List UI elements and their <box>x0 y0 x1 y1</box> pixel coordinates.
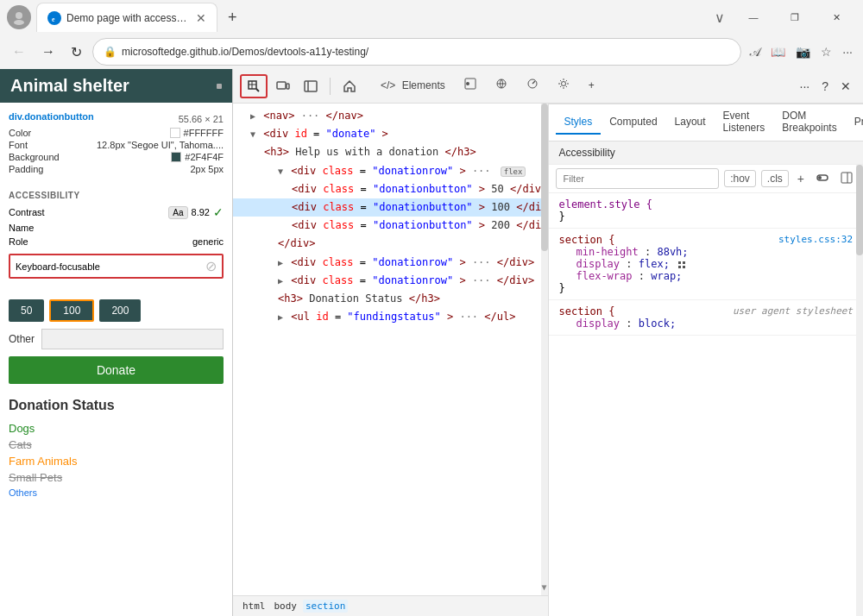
svg-line-5 <box>256 89 259 91</box>
role-label: Role <box>9 236 28 247</box>
other-amount-row: Other <box>9 329 224 349</box>
elements-tree[interactable]: ▶ <nav> ··· </nav> ▼ <div id = "donate" … <box>233 104 548 595</box>
styles-css-link[interactable]: styles.css:32 <box>778 234 853 246</box>
donate-100-button[interactable]: 100 <box>49 299 94 322</box>
tree-donate-div[interactable]: ▼ <div id = "donate" > <box>233 125 548 143</box>
elements-scrollbar[interactable]: ▼ <box>541 104 548 595</box>
elements-panel-tab[interactable]: </> Elements <box>372 71 454 101</box>
devtools-content: ▶ <nav> ··· </nav> ▼ <div id = "donate" … <box>233 104 863 616</box>
donate-200-button[interactable]: 200 <box>99 299 141 322</box>
close-button[interactable]: ✕ <box>816 3 856 31</box>
funding-arrow[interactable]: ▶ <box>278 312 283 322</box>
styles-scrollbar[interactable] <box>856 165 863 616</box>
flex-badge-1[interactable]: flex <box>501 167 526 177</box>
tree-donbtn-50[interactable]: <div class = "donationbutton" > 50 </div… <box>233 180 548 198</box>
donrow2-arrow[interactable]: ▶ <box>278 258 283 267</box>
min-height-colon: : <box>645 246 657 258</box>
maximize-button[interactable]: ❐ <box>775 3 815 31</box>
donate-expand-arrow[interactable]: ▼ <box>250 129 255 139</box>
svg-line-17 <box>532 81 535 84</box>
donationrow1-arrow[interactable]: ▼ <box>278 167 283 176</box>
donbtn50-class-value: "donationbutton" <box>373 183 473 195</box>
other-amount-input[interactable] <box>41 329 224 349</box>
svg-rect-8 <box>277 82 286 89</box>
scroll-indicator <box>217 84 222 89</box>
tab-styles[interactable]: Styles <box>556 110 602 135</box>
donbtn100-eq: = <box>361 201 367 213</box>
address-actions: 𝒜 📖 📷 ☆ ··· <box>746 41 856 63</box>
styles-sub-tabs: Styles Computed Layout Event Listeners D… <box>549 104 864 141</box>
donation-status-list: Dogs Cats Farm Animals Small Pets Others <box>9 420 224 500</box>
devtools-close-button[interactable]: ✕ <box>835 76 856 97</box>
back-button[interactable]: ← <box>7 41 31 63</box>
breadcrumb-section[interactable]: section <box>303 600 348 613</box>
tab-dom-breakpoints[interactable]: DOM Breakpoints <box>773 104 845 141</box>
toggle-all-button[interactable] <box>813 170 832 188</box>
breadcrumb-html[interactable]: html <box>240 600 268 613</box>
inspect-element-button[interactable] <box>240 74 268 98</box>
tree-donationrow-1[interactable]: ▼ <div class = "donationrow" > ··· flex <box>233 162 548 180</box>
donbtn100-open: <div <box>292 201 317 213</box>
minimize-button[interactable]: — <box>734 3 773 31</box>
profile-avatar[interactable] <box>7 5 31 29</box>
nav-expand-arrow[interactable]: ▶ <box>250 111 255 121</box>
immersive-reader-button[interactable]: 📖 <box>767 41 789 62</box>
active-tab[interactable]: e Demo page with accessibility iss ✕ <box>36 3 217 32</box>
screenshot-button[interactable]: 📷 <box>792 41 814 62</box>
home-button[interactable] <box>337 76 362 97</box>
background-label: Background <box>9 152 60 162</box>
device-emulation-button[interactable] <box>271 76 295 97</box>
forward-button[interactable]: → <box>36 41 60 63</box>
svg-rect-10 <box>305 81 317 91</box>
devtools-help-button[interactable]: ? <box>816 76 834 97</box>
main-content: Animal shelter div.donationbutton 55.66 … <box>0 69 863 616</box>
donate-button[interactable]: Donate <box>9 356 224 384</box>
tree-h3-donation-status[interactable]: <h3> Donation Status </h3> <box>233 290 548 308</box>
tab-computed[interactable]: Computed <box>601 110 665 135</box>
tab-close-button[interactable]: ✕ <box>196 11 206 25</box>
tree-donbtn-100[interactable]: <div class = "donationbutton" > 100 </di… <box>233 198 548 217</box>
new-tab-button[interactable]: + <box>221 5 244 30</box>
donrow3-arrow[interactable]: ▶ <box>278 276 283 286</box>
network-panel-tab[interactable] <box>487 71 516 101</box>
devtools-more-button[interactable]: ··· <box>795 76 816 97</box>
cls-filter-button[interactable]: .cls <box>761 170 789 187</box>
tab-layout[interactable]: Layout <box>666 110 715 135</box>
add-style-rule-button[interactable]: + <box>794 170 808 187</box>
styles-filter-input[interactable] <box>556 168 720 189</box>
background-value: #2F4F4F <box>171 152 224 162</box>
hov-filter-button[interactable]: :hov <box>724 170 756 187</box>
sidebar-toggle-button[interactable] <box>299 76 323 97</box>
accessibility-section-label: Accessibility <box>559 147 615 159</box>
tree-h3-help[interactable]: <h3> Help us with a donation </h3> <box>233 143 548 161</box>
section-style-close: } <box>559 282 854 294</box>
console-panel-tab[interactable] <box>456 71 485 101</box>
tree-fundingstatus[interactable]: ▶ <ul id = "fundingstatus" > ··· </ul> <box>233 308 548 326</box>
refresh-button[interactable]: ↻ <box>66 41 87 64</box>
tree-donationrow-3[interactable]: ▶ <div class = "donationrow" > ··· </div… <box>233 272 548 290</box>
donrow2-close: </div> <box>497 256 534 268</box>
favorites-button[interactable]: ☆ <box>817 41 835 62</box>
donrow1-open: <div <box>291 165 316 177</box>
tree-donationrow-2[interactable]: ▶ <div class = "donationrow" > ··· </div… <box>233 254 548 272</box>
add-panel-button[interactable]: + <box>580 71 603 101</box>
window-menu-button[interactable]: ∨ <box>708 6 732 29</box>
read-aloud-button[interactable]: 𝒜 <box>746 41 764 63</box>
address-input[interactable]: 🔒 microsoftedge.github.io/Demos/devtools… <box>92 38 741 66</box>
element-style-text: element.style { <box>559 198 652 211</box>
tree-donbtn-200[interactable]: <div class = "donationbutton" > 200 </di… <box>233 217 548 235</box>
donrow1-eq: = <box>360 165 366 177</box>
more-button[interactable]: ··· <box>839 41 856 62</box>
breadcrumb-body[interactable]: body <box>272 600 300 613</box>
settings-panel-tab[interactable] <box>549 71 578 101</box>
padding-label: Padding <box>9 164 43 174</box>
tab-properties[interactable]: Properties <box>846 110 863 135</box>
element-size: 55.66 × 21 <box>179 114 224 124</box>
tree-nav-element[interactable]: ▶ <nav> ··· </nav> <box>233 107 548 125</box>
tree-donrow-close[interactable]: </div> <box>233 235 548 253</box>
accessibility-header: ACCESSIBILITY <box>9 191 224 200</box>
donate-50-button[interactable]: 50 <box>9 299 44 322</box>
computed-sidebar-button[interactable] <box>837 170 856 188</box>
tab-event-listeners[interactable]: Event Listeners <box>715 104 774 141</box>
performance-panel-tab[interactable] <box>518 71 547 101</box>
